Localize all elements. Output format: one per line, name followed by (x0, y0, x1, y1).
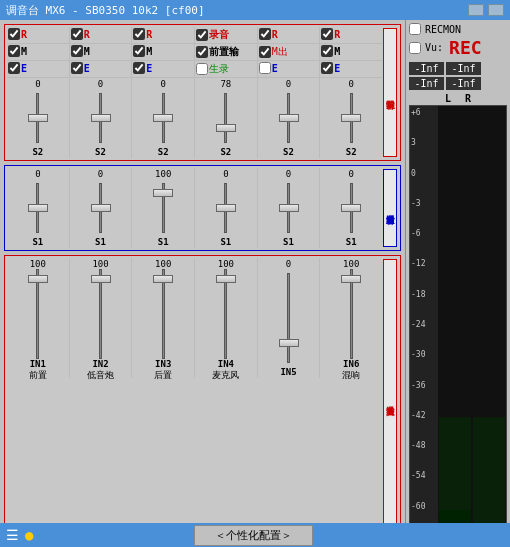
ch1-r-checkbox[interactable] (8, 28, 20, 40)
ch6-r-check: R (320, 27, 382, 43)
ch4-top-fader[interactable] (216, 124, 236, 132)
menu-icon[interactable]: ☰ (6, 527, 19, 543)
ch1-mid-name: S1 (32, 237, 43, 247)
ch6-bot-sublabel: 混响 (342, 369, 360, 382)
vu-label: Vu: (425, 42, 443, 53)
ch5-mid-fader[interactable] (279, 204, 299, 212)
ch5-e-checkbox[interactable] (259, 62, 271, 74)
ch3-bot-fader[interactable] (153, 275, 173, 283)
ch6-mid-name: S1 (346, 237, 357, 247)
ch5-bot-fader[interactable] (279, 339, 299, 347)
ch5-r-checkbox[interactable] (259, 28, 271, 40)
config-button[interactable]: ＜个性化配置＞ (194, 525, 313, 546)
ch6-top-fader[interactable] (341, 114, 361, 122)
inf-r2: -Inf (446, 77, 481, 90)
ch1-bot-name: IN1 (30, 359, 46, 369)
ch5-top-name: S2 (283, 147, 294, 157)
ch5-mid-name: S1 (283, 237, 294, 247)
vu-r-bar (473, 108, 505, 541)
bottom-bar: ☰ ● ＜个性化配置＞ (0, 523, 510, 547)
title-bar: 调音台 MX6 - SB0350 10k2 [cf00] (0, 0, 510, 20)
ch1-mid-fader[interactable] (28, 204, 48, 212)
ch3-m-checkbox[interactable] (133, 45, 145, 57)
ch3-mid-fader[interactable] (153, 189, 173, 197)
ch6-bot-name: IN6 (343, 359, 359, 369)
ch6-r-checkbox[interactable] (321, 28, 333, 40)
ch2-bot-sublabel: 低音炮 (87, 369, 114, 382)
mid-section: 0 S1 0 (4, 165, 401, 251)
ch3-mid-val: 100 (155, 169, 171, 179)
ch2-r-checkbox[interactable] (71, 28, 83, 40)
ch5-bot-val: 0 (286, 259, 291, 269)
ch4-m-checkbox[interactable] (196, 46, 208, 58)
ch3-r-check: R (132, 27, 195, 43)
ch5-mid-val: 0 (286, 169, 291, 179)
ch6-m-checkbox[interactable] (321, 45, 333, 57)
ch1-top-name: S2 (32, 147, 43, 157)
ch6-top-val: 0 (348, 79, 353, 89)
ch2-m-checkbox[interactable] (71, 45, 83, 57)
ch6-e-checkbox[interactable] (321, 62, 333, 74)
ch3-top-val: 0 (160, 79, 165, 89)
ch2-top-fader[interactable] (91, 114, 111, 122)
inf-r1: -Inf (446, 62, 481, 75)
ch4-e-checkbox[interactable] (196, 63, 208, 75)
ch4-mid-fader[interactable] (216, 204, 236, 212)
recmon-area: RECMON Vu: REC (409, 23, 507, 58)
inf-display: -Inf -Inf -Inf -Inf (409, 62, 507, 91)
ch3-top-name: S2 (158, 147, 169, 157)
ch6-mid-fader[interactable] (341, 204, 361, 212)
ch4-mid-val: 0 (223, 169, 228, 179)
bot-section: 100 IN1 前置 100 (4, 255, 401, 543)
mid-section-label: 后置输出通道音量 (383, 169, 397, 247)
top-section-label: 混响前置音量 (383, 28, 397, 157)
rec-label: REC (449, 37, 482, 58)
ch2-mid-name: S1 (95, 237, 106, 247)
recmon-checkbox[interactable] (409, 23, 421, 35)
ch1-bot-fader[interactable] (28, 275, 48, 283)
ch4-bot-val: 100 (218, 259, 234, 269)
ch5-m-checkbox[interactable] (259, 46, 271, 58)
l-header: L (445, 93, 451, 104)
ch4-mid-name: S1 (220, 237, 231, 247)
ch6-bot-val: 100 (343, 259, 359, 269)
ch1-m-checkbox[interactable] (8, 45, 20, 57)
ch6-mid-val: 0 (348, 169, 353, 179)
inf-l2: -Inf (409, 77, 444, 90)
ch5-bot-name: IN5 (280, 367, 296, 377)
ch2-top-name: S2 (95, 147, 106, 157)
ch2-r-check: R (70, 27, 133, 43)
vu-checkbox[interactable] (409, 42, 421, 54)
ch6-bot-fader[interactable] (341, 275, 361, 283)
ch5-r-check: R (258, 27, 321, 43)
bot-section-label: 各通道输入音量 (383, 259, 397, 539)
right-panel: RECMON Vu: REC -Inf -Inf -Inf -Inf L R (405, 20, 510, 547)
ch2-e-checkbox[interactable] (71, 62, 83, 74)
ch3-top-fader[interactable] (153, 114, 173, 122)
ch2-mid-fader[interactable] (91, 204, 111, 212)
ch4-bot-sublabel: 麦克风 (212, 369, 239, 382)
ch4-r-checkbox[interactable] (196, 29, 208, 41)
ch4-top-val: 78 (220, 79, 231, 89)
ch1-e-checkbox[interactable] (8, 62, 20, 74)
top-section: R R R 录音 R R (4, 24, 401, 161)
maximize-button[interactable] (488, 4, 504, 16)
ch1-top-val: 0 (35, 79, 40, 89)
ch3-bot-val: 100 (155, 259, 171, 269)
circle-icon[interactable]: ● (25, 527, 33, 543)
ch1-bot-val: 100 (30, 259, 46, 269)
r-header: R (465, 93, 471, 104)
ch1-bot-sublabel: 前置 (29, 369, 47, 382)
ch2-bot-fader[interactable] (91, 275, 111, 283)
ch3-r-checkbox[interactable] (133, 28, 145, 40)
ch3-e-checkbox[interactable] (133, 62, 145, 74)
ch5-top-val: 0 (286, 79, 291, 89)
ch4-bot-fader[interactable] (216, 275, 236, 283)
ch4-top-name: S2 (220, 147, 231, 157)
ch1-r-check: R (7, 27, 70, 43)
ch1-top-fader[interactable] (28, 114, 48, 122)
minimize-button[interactable] (468, 4, 484, 16)
ch2-bot-name: IN2 (92, 359, 108, 369)
ch5-top-fader[interactable] (279, 114, 299, 122)
ch6-top-name: S2 (346, 147, 357, 157)
